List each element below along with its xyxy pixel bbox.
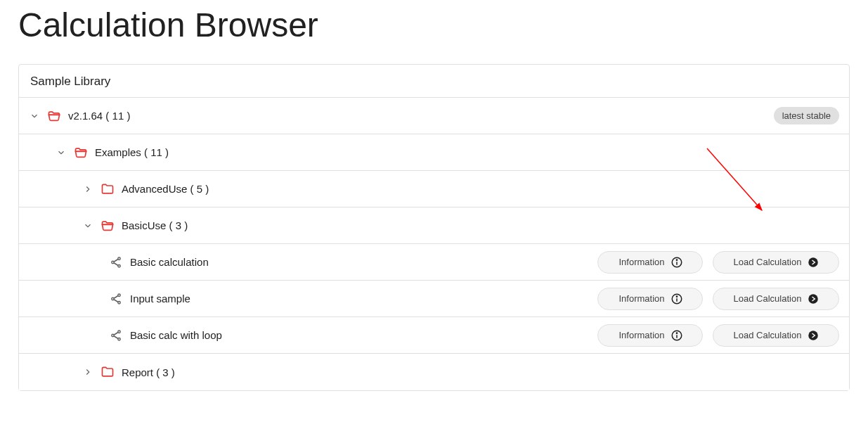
tree-leaf-label: Basic calculation [130, 256, 209, 268]
information-button[interactable]: Information [597, 251, 703, 274]
svg-point-0 [118, 257, 120, 260]
info-icon [671, 293, 683, 305]
button-label: Information [618, 293, 664, 304]
tree-node-label: Examples ( 11 ) [95, 146, 169, 158]
svg-line-21 [114, 332, 118, 335]
svg-point-7 [676, 260, 677, 260]
svg-point-18 [118, 331, 120, 333]
tree-row-basicuse[interactable]: BasicUse ( 3 ) [19, 207, 849, 244]
svg-point-25 [676, 333, 677, 333]
button-label: Load Calculation [734, 330, 802, 340]
svg-point-17 [809, 294, 819, 304]
chevron-circle-right-icon [807, 256, 820, 269]
load-calculation-button[interactable]: Load Calculation [713, 288, 839, 310]
svg-line-12 [114, 295, 118, 298]
tree-node-label: AdvancedUse ( 5 ) [122, 183, 209, 195]
svg-line-3 [114, 259, 118, 262]
folder-open-icon [101, 219, 115, 233]
panel-title: Sample Library [19, 65, 849, 98]
tree-row-report[interactable]: Report ( 3 ) [19, 354, 849, 390]
library-panel: Sample Library v2.1.64 ( 11 ) latest sta… [18, 64, 850, 391]
svg-point-16 [676, 296, 677, 297]
svg-point-26 [809, 331, 819, 340]
tree-leaf-label: Input sample [130, 293, 190, 305]
info-icon [671, 329, 683, 342]
chevron-down-icon[interactable] [56, 147, 67, 158]
tree-row-basic-calculation[interactable]: Basic calculation Information Load Calcu… [19, 244, 849, 281]
chevron-circle-right-icon [807, 293, 820, 305]
svg-point-2 [118, 264, 120, 267]
svg-point-1 [112, 261, 114, 263]
chevron-circle-right-icon [807, 329, 820, 342]
folder-open-icon [47, 109, 61, 123]
button-label: Information [618, 330, 664, 340]
folder-icon [101, 182, 115, 196]
svg-point-19 [112, 334, 114, 336]
tree-node-label: v2.1.64 ( 11 ) [68, 110, 130, 122]
svg-line-4 [114, 262, 118, 265]
graph-icon [109, 292, 123, 306]
folder-open-icon [74, 146, 88, 160]
tree-node-label: BasicUse ( 3 ) [122, 219, 188, 231]
tree-row-version[interactable]: v2.1.64 ( 11 ) latest stable [19, 98, 849, 134]
graph-icon [109, 255, 123, 269]
chevron-down-icon[interactable] [29, 110, 40, 122]
svg-point-11 [118, 301, 120, 303]
graph-icon [109, 328, 123, 342]
chevron-down-icon[interactable] [82, 220, 93, 231]
folder-icon [101, 365, 115, 379]
tree-row-basic-calc-loop[interactable]: Basic calc with loop Information Load Ca… [19, 317, 849, 354]
tree-row-advanceduse[interactable]: AdvancedUse ( 5 ) [19, 171, 849, 207]
button-label: Information [618, 257, 664, 267]
button-label: Load Calculation [734, 257, 802, 267]
svg-line-22 [114, 335, 118, 338]
button-label: Load Calculation [734, 293, 802, 304]
load-calculation-button[interactable]: Load Calculation [713, 251, 839, 274]
load-calculation-button[interactable]: Load Calculation [713, 324, 839, 347]
information-button[interactable]: Information [597, 288, 703, 310]
information-button[interactable]: Information [597, 324, 703, 347]
version-tag: latest stable [774, 107, 839, 124]
tree-row-examples[interactable]: Examples ( 11 ) [19, 134, 849, 171]
svg-point-9 [118, 294, 120, 296]
tree-node-label: Report ( 3 ) [122, 366, 175, 378]
tree-leaf-label: Basic calc with loop [130, 329, 222, 341]
chevron-right-icon[interactable] [82, 184, 93, 195]
chevron-right-icon[interactable] [82, 366, 93, 378]
svg-point-10 [112, 297, 114, 300]
info-icon [671, 256, 683, 269]
svg-point-20 [118, 338, 120, 340]
tree-row-input-sample[interactable]: Input sample Information Load Calculatio… [19, 281, 849, 317]
page-title: Calculation Browser [18, 6, 850, 44]
svg-point-8 [809, 257, 819, 267]
svg-line-13 [114, 299, 118, 302]
